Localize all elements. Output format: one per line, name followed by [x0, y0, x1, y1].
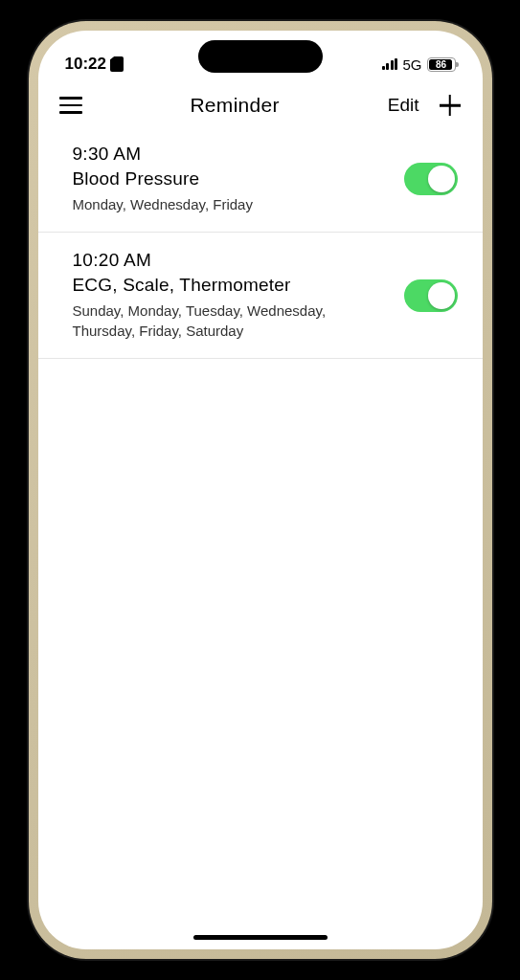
reminder-toggle[interactable]: [404, 163, 458, 195]
status-left: 10:22: [65, 55, 124, 74]
add-icon[interactable]: [439, 94, 462, 117]
reminder-time: 9:30 AM: [73, 144, 389, 165]
signal-icon: [382, 58, 398, 70]
home-indicator[interactable]: [193, 935, 328, 940]
reminder-item[interactable]: 9:30 AM Blood Pressure Monday, Wednesday…: [38, 126, 483, 233]
reminder-label: Blood Pressure: [73, 168, 389, 189]
reminder-days: Sunday, Monday, Tuesday, Wednesday, Thur…: [73, 301, 389, 341]
reminder-info: 9:30 AM Blood Pressure Monday, Wednesday…: [73, 144, 404, 214]
notch: [198, 40, 323, 73]
reminder-time: 10:20 AM: [73, 250, 389, 271]
battery-percent: 86: [436, 59, 446, 70]
reminder-label: ECG, Scale, Thermometer: [73, 275, 389, 296]
nav-bar: Reminder Edit: [38, 82, 483, 126]
menu-icon[interactable]: [59, 97, 82, 114]
reminder-list: 9:30 AM Blood Pressure Monday, Wednesday…: [38, 126, 483, 359]
status-time: 10:22: [65, 55, 106, 74]
battery-icon: 86: [427, 57, 456, 72]
reminder-toggle[interactable]: [404, 279, 458, 312]
reminder-days: Monday, Wednesday, Friday: [73, 195, 389, 214]
reminder-info: 10:20 AM ECG, Scale, Thermometer Sunday,…: [73, 250, 404, 341]
network-label: 5G: [402, 56, 421, 73]
phone-frame: 10:22 5G 86 Reminder: [29, 21, 492, 959]
reminder-item[interactable]: 10:20 AM ECG, Scale, Thermometer Sunday,…: [38, 233, 483, 359]
screen: 10:22 5G 86 Reminder: [38, 31, 483, 949]
status-right: 5G 86: [382, 56, 456, 73]
sim-icon: [110, 56, 124, 72]
page-title: Reminder: [190, 94, 279, 117]
edit-button[interactable]: Edit: [388, 95, 419, 116]
